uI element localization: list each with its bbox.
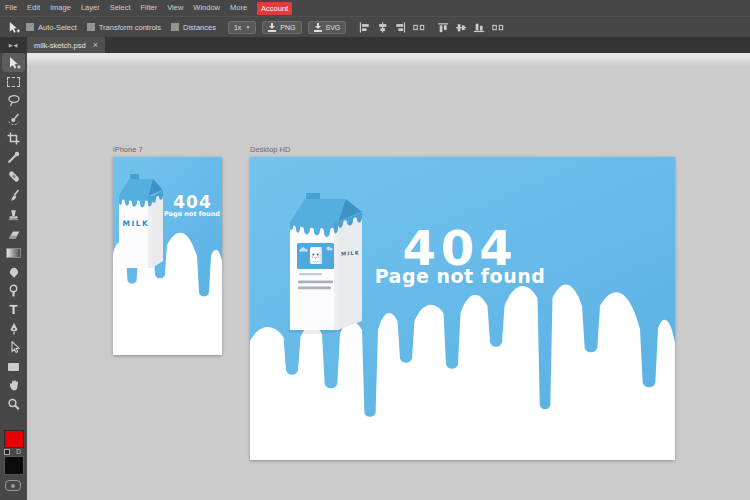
distances-checkbox[interactable]: Distances: [171, 23, 216, 32]
milk-artwork-desktop: [250, 157, 675, 460]
document-tab-bar: ▶◀ milk-sketch.psd ×: [0, 37, 750, 53]
align-right-icon[interactable]: [395, 22, 406, 33]
color-swatches: D: [0, 430, 27, 500]
menu-filter[interactable]: Filter: [136, 0, 163, 16]
quick-mask-button[interactable]: [5, 480, 21, 491]
tool-eraser[interactable]: [2, 224, 25, 243]
menu-window[interactable]: Window: [188, 0, 225, 16]
menu-image[interactable]: Image: [45, 0, 76, 16]
foreground-color-swatch[interactable]: [4, 430, 24, 448]
menu-file[interactable]: File: [0, 0, 22, 16]
download-icon: [314, 23, 322, 32]
align-bottom-icon[interactable]: [474, 22, 485, 33]
background-color-swatch[interactable]: [4, 456, 24, 475]
milk-artwork-iphone: [113, 157, 222, 355]
tool-dodge[interactable]: [2, 281, 25, 300]
artboard-label-desktop[interactable]: Desktop HD: [250, 145, 290, 154]
milk-carton-large: [287, 193, 362, 334]
close-tab-icon[interactable]: ×: [93, 41, 98, 50]
chevron-down-icon: ▼: [245, 24, 250, 30]
align-icons-group: [359, 22, 511, 33]
tool-pen[interactable]: [2, 319, 25, 338]
auto-select-checkbox[interactable]: Auto-Select: [26, 23, 77, 32]
tool-brush[interactable]: [2, 186, 25, 205]
subheading-page-not-found: Page not found: [162, 210, 222, 218]
artboard-label-iphone[interactable]: iPhone 7: [113, 145, 143, 154]
tool-zoom[interactable]: [2, 395, 25, 414]
account-button[interactable]: Account: [257, 2, 292, 15]
checkbox-box[interactable]: [171, 23, 179, 31]
menu-select[interactable]: Select: [105, 0, 136, 16]
zoom-dropdown[interactable]: 1x ▼: [228, 21, 256, 34]
move-tool-icon: [0, 21, 26, 34]
transform-controls-checkbox[interactable]: Transform controls: [87, 23, 161, 32]
export-png-button[interactable]: PNG: [262, 21, 301, 34]
artboard-desktop-hd[interactable]: MILK 404 Page not found: [250, 157, 675, 460]
tool-blur[interactable]: [2, 262, 25, 281]
toolbox: T D: [0, 53, 27, 500]
tool-options-bar: Auto-Select Transform controls Distances…: [0, 16, 750, 37]
menu-more[interactable]: More: [225, 0, 252, 16]
tool-type[interactable]: T: [2, 300, 25, 319]
subheading-page-not-found: Page not found: [370, 265, 550, 287]
canvas-area[interactable]: iPhone 7: [27, 53, 750, 500]
menu-bar: File Edit Image Layer Select Filter View…: [0, 0, 750, 16]
align-center-h-icon[interactable]: [377, 22, 388, 33]
artboard-iphone7[interactable]: MILK 404 Page not found: [113, 157, 222, 355]
tool-eyedropper[interactable]: [2, 148, 25, 167]
document-tab[interactable]: milk-sketch.psd ×: [27, 37, 105, 53]
tool-rect-shape[interactable]: [2, 357, 25, 376]
tool-hand[interactable]: [2, 376, 25, 395]
tool-quick-select[interactable]: [2, 110, 25, 129]
menu-view[interactable]: View: [162, 0, 188, 16]
tool-move[interactable]: [2, 53, 25, 72]
tool-clone-stamp[interactable]: [2, 205, 25, 224]
collapse-tools-icon[interactable]: ▶◀: [0, 37, 27, 53]
tool-lasso[interactable]: [2, 91, 25, 110]
download-icon: [268, 23, 276, 32]
heading-404: 404: [165, 192, 220, 212]
photopea-app: File Edit Image Layer Select Filter View…: [0, 0, 750, 500]
distribute-v-icon[interactable]: [492, 22, 504, 33]
menu-layer[interactable]: Layer: [76, 0, 105, 16]
default-colors-icon[interactable]: D: [4, 448, 22, 455]
carton-character: [310, 247, 322, 264]
checkbox-box[interactable]: [26, 23, 34, 31]
align-top-icon[interactable]: [438, 22, 449, 33]
tool-gradient[interactable]: [2, 243, 25, 262]
tool-path-select[interactable]: [2, 338, 25, 357]
distribute-h-icon[interactable]: [413, 22, 425, 33]
align-left-icon[interactable]: [359, 22, 370, 33]
tool-crop[interactable]: [2, 129, 25, 148]
menu-edit[interactable]: Edit: [22, 0, 45, 16]
align-middle-icon[interactable]: [456, 22, 467, 33]
tool-rect-select[interactable]: [2, 72, 25, 91]
checkbox-box[interactable]: [87, 23, 95, 31]
export-svg-button[interactable]: SVG: [308, 21, 347, 34]
carton-milk-text: MILK: [121, 219, 151, 228]
tool-heal[interactable]: [2, 167, 25, 186]
